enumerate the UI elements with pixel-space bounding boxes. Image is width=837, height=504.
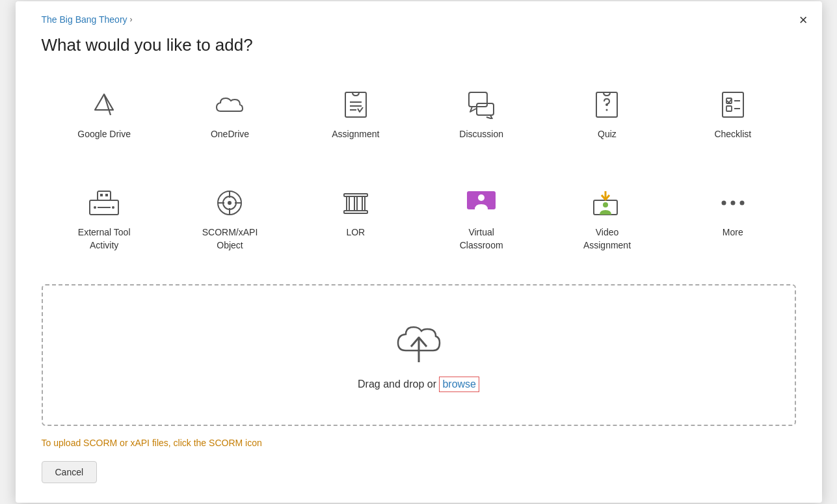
close-button[interactable]: ×	[799, 13, 808, 27]
page-title: What would you like to add?	[42, 35, 796, 55]
svg-point-41	[721, 201, 726, 206]
svg-rect-18	[98, 191, 111, 200]
assignment-icon	[339, 88, 373, 122]
discussion-label: Discussion	[459, 128, 503, 141]
more-icon	[716, 186, 750, 220]
quiz-label: Quiz	[598, 128, 617, 141]
grid-item-lor[interactable]: LOR	[293, 173, 418, 265]
svg-rect-23	[105, 194, 108, 196]
svg-rect-33	[347, 196, 349, 211]
grid-item-quiz[interactable]: Quiz	[544, 75, 670, 154]
browse-link[interactable]: browse	[439, 377, 479, 392]
google-drive-label: Google Drive	[77, 128, 131, 141]
svg-point-42	[730, 201, 735, 206]
scorm-hint: To upload SCORM or xAPI files, click the…	[42, 438, 796, 448]
svg-rect-15	[726, 106, 732, 111]
grid-item-external-tool[interactable]: External ToolActivity	[42, 173, 167, 265]
grid-item-assignment[interactable]: Assignment	[293, 75, 418, 154]
video-assignment-icon	[590, 186, 624, 220]
discussion-icon	[464, 88, 498, 122]
google-drive-icon	[87, 88, 121, 122]
quiz-icon	[590, 88, 624, 122]
drag-drop-text: Drag and drop or	[358, 378, 439, 390]
svg-point-40	[603, 202, 608, 207]
video-assignment-label: VideoAssignment	[583, 226, 631, 252]
svg-point-43	[739, 201, 744, 206]
cancel-button[interactable]: Cancel	[42, 461, 98, 483]
grid-item-video-assignment[interactable]: VideoAssignment	[544, 173, 670, 265]
virtual-classroom-icon	[464, 186, 498, 220]
drop-text: Drag and drop or browse	[358, 377, 479, 392]
svg-rect-34	[354, 196, 357, 211]
svg-rect-22	[100, 194, 103, 196]
svg-point-37	[478, 194, 485, 201]
more-label: More	[723, 226, 743, 239]
svg-point-20	[94, 206, 96, 209]
breadcrumb-arrow: ›	[130, 15, 133, 24]
scorm-label: SCORM/xAPIObject	[202, 226, 258, 252]
svg-rect-8	[477, 103, 494, 115]
items-grid-row2: External ToolActivity SCORM/xAPIObject	[42, 173, 796, 265]
external-tool-icon	[87, 186, 121, 220]
grid-item-more[interactable]: More	[670, 173, 795, 265]
grid-item-discussion[interactable]: Discussion	[418, 75, 544, 154]
grid-item-google-drive[interactable]: Google Drive	[42, 75, 167, 154]
scorm-icon	[213, 186, 246, 220]
lor-label: LOR	[346, 226, 365, 239]
svg-point-11	[606, 109, 608, 111]
assignment-label: Assignment	[332, 128, 379, 141]
items-grid-row1: Google Drive OneDrive	[42, 75, 796, 154]
svg-point-30	[228, 201, 232, 205]
svg-point-21	[112, 206, 114, 209]
checklist-label: Checklist	[714, 128, 751, 141]
onedrive-icon	[213, 88, 246, 122]
modal-container: × The Big Bang Theory › What would you l…	[16, 1, 822, 503]
grid-item-virtual-classroom[interactable]: VirtualClassroom	[418, 173, 544, 265]
svg-rect-7	[469, 92, 487, 107]
onedrive-label: OneDrive	[211, 128, 249, 141]
grid-item-checklist[interactable]: Checklist	[670, 75, 795, 154]
checklist-icon	[716, 88, 750, 122]
svg-rect-12	[723, 92, 743, 117]
breadcrumb-text[interactable]: The Big Bang Theory	[42, 14, 127, 25]
grid-item-scorm[interactable]: SCORM/xAPIObject	[167, 173, 293, 265]
lor-icon	[339, 186, 373, 220]
breadcrumb[interactable]: The Big Bang Theory ›	[42, 14, 796, 25]
external-tool-label: External ToolActivity	[78, 226, 131, 252]
virtual-classroom-label: VirtualClassroom	[460, 226, 503, 252]
upload-icon	[393, 318, 445, 365]
drop-zone[interactable]: Drag and drop or browse	[42, 284, 796, 426]
grid-item-onedrive[interactable]: OneDrive	[167, 75, 293, 154]
svg-rect-35	[362, 196, 365, 211]
